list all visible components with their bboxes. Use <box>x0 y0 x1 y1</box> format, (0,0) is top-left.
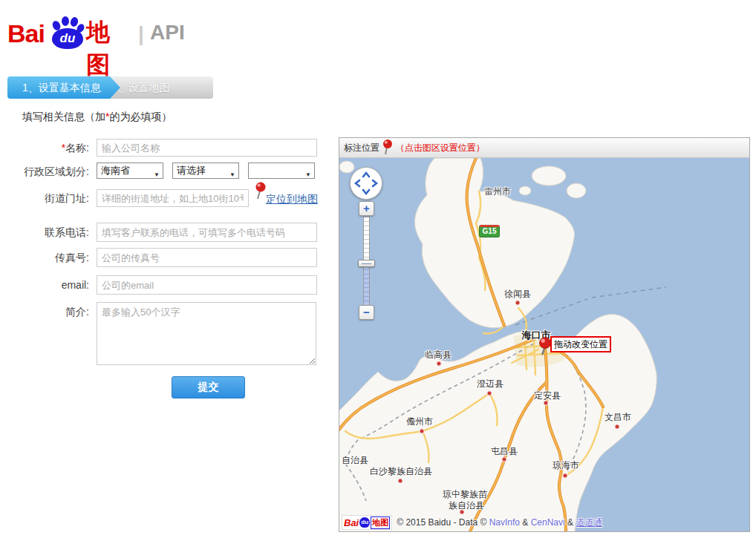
fax-label: 传真号: <box>0 252 89 265</box>
submit-button[interactable]: 提交 <box>172 376 245 398</box>
city-select[interactable]: 请选择▼ <box>172 163 239 179</box>
zoom-out-button[interactable]: − <box>359 305 374 320</box>
chevron-down-icon: ▼ <box>229 168 235 183</box>
logo-api-text: API <box>150 21 185 45</box>
region-label: 行政区域划分: <box>0 165 89 179</box>
zoom-slider-track-lower[interactable] <box>363 266 370 306</box>
marker-drag-tooltip: 拖动改变位置 <box>550 336 611 352</box>
daodaotong-link[interactable]: 道道通 <box>576 516 602 529</box>
intro-textarea[interactable] <box>97 302 316 365</box>
map-header-title: 标注位置 <box>344 142 379 153</box>
zoom-slider-handle[interactable] <box>358 260 375 267</box>
district-select[interactable]: ▼ <box>248 163 315 179</box>
map-canvas[interactable]: G15 雷州市 徐闻县 海口市 临高县 澄迈县 定安县 文昌市 儋州市 屯昌县 … <box>339 158 749 531</box>
logo-du-text: du <box>50 31 85 46</box>
map-header-bar: 标注位置 （点击图区设置位置） <box>339 138 749 158</box>
tab-step1-basic-info[interactable]: 1、设置基本信息 <box>7 76 120 99</box>
navinfo-link[interactable]: NavInfo <box>489 517 520 528</box>
baidu-paw-icon: du <box>359 517 370 528</box>
company-name-input[interactable] <box>97 139 317 157</box>
map-panel: 标注位置 （点击图区设置位置） <box>339 137 750 532</box>
attribution-text: © 2015 Baidu - Data © <box>397 517 489 528</box>
street-address-input[interactable] <box>97 189 249 207</box>
map-header-hint: （点击图区设置位置） <box>396 142 485 153</box>
pan-east-icon[interactable] <box>371 179 379 188</box>
province-select[interactable]: 海南省▼ <box>97 163 163 179</box>
highway-g15-badge: G15 <box>479 225 500 237</box>
zoom-slider-track-upper[interactable] <box>363 217 370 263</box>
locate-pin-icon <box>255 182 266 201</box>
address-label: 街道门址: <box>0 192 89 206</box>
chevron-down-icon: ▼ <box>305 168 311 183</box>
email-label: email: <box>0 279 89 291</box>
locate-to-map-link[interactable]: 定位到地图 <box>266 193 318 206</box>
map-attribution: Bai du 地图 © 2015 Baidu - Data © NavInfo … <box>342 514 602 531</box>
pan-west-icon[interactable] <box>353 179 362 188</box>
pan-south-icon[interactable] <box>362 188 371 197</box>
logo-bai-text: Bai <box>7 19 45 48</box>
phone-label: 联系电话: <box>0 226 89 240</box>
logo-divider: | <box>138 22 144 46</box>
email-input[interactable] <box>97 275 317 295</box>
marker-pin-icon <box>382 139 392 155</box>
chevron-down-icon: ▼ <box>154 168 160 183</box>
fax-input[interactable] <box>97 248 317 267</box>
logo-map-word: 地图 <box>86 16 110 82</box>
attribution-amp: & <box>565 517 576 528</box>
cennavi-link[interactable]: CenNavi <box>531 517 565 528</box>
map-pan-control[interactable] <box>350 167 382 200</box>
zoom-in-button[interactable]: + <box>359 201 374 216</box>
attribution-amp: & <box>520 517 531 528</box>
intro-label: 简介: <box>0 306 89 319</box>
pan-north-icon[interactable] <box>362 170 371 179</box>
baidu-paw-icon: du <box>50 16 85 49</box>
phone-input[interactable] <box>97 223 317 242</box>
form-notice: 填写相关信息（加*的为必填项） <box>22 111 172 124</box>
page: Bai du 地图 | API 2、设置地图 1、设置基本信息 填写相关信息（加… <box>0 0 756 538</box>
baidu-map-mini-logo: Bai du 地图 <box>342 515 392 530</box>
name-label: *名称: <box>0 142 89 155</box>
